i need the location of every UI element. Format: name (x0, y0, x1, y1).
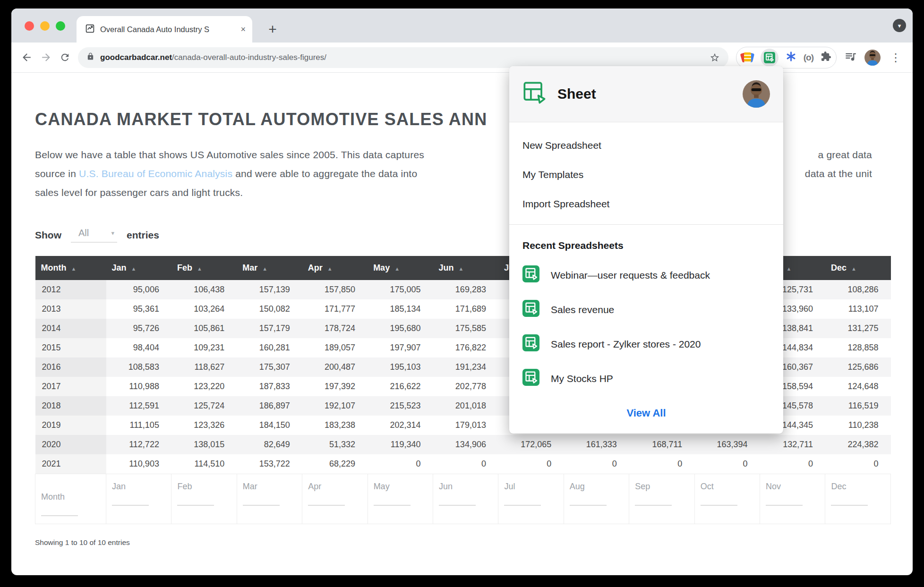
recent-spreadsheet-item[interactable]: My Stocks HP (509, 361, 783, 396)
year-cell: 2019 (35, 416, 106, 435)
popup-user-avatar[interactable] (743, 80, 770, 108)
column-filter-aug[interactable]: Aug (564, 474, 629, 524)
intro-line2-right: data at the unit (805, 168, 872, 179)
value-cell: 123,326 (171, 416, 237, 435)
maximize-window-button[interactable] (56, 21, 65, 31)
column-filter-jan[interactable]: Jan (106, 474, 171, 524)
column-header-dec[interactable]: Dec▲ (825, 256, 891, 280)
column-filter-jun[interactable]: Jun (433, 474, 498, 524)
browser-window: Overall Canada Auto Industry S × + ▾ goo… (11, 9, 913, 575)
column-filter-jul[interactable]: Jul (498, 474, 564, 524)
popup-menu-item[interactable]: Import Spreadsheet (509, 189, 783, 219)
value-cell: 113,107 (825, 299, 891, 319)
tab-favicon-chart-icon (85, 24, 95, 35)
column-header-mar[interactable]: Mar▲ (237, 256, 302, 280)
column-header-apr[interactable]: Apr▲ (302, 256, 368, 280)
column-filter-dec[interactable]: Dec (825, 474, 891, 524)
intro-line1-left: Below we have a table that shows US Auto… (35, 149, 424, 161)
value-cell: 114,510 (171, 454, 237, 474)
recent-spreadsheet-item[interactable]: Sales report - Zylker stores - 2020 (509, 327, 783, 361)
url-text: goodcarbadcar.net/canada-overall-auto-in… (100, 53, 326, 62)
minimize-window-button[interactable] (40, 21, 50, 31)
sort-asc-icon: ▲ (71, 266, 76, 272)
tab-close-icon[interactable]: × (240, 25, 246, 34)
value-cell: 186,897 (237, 396, 302, 416)
value-cell: 124,648 (825, 377, 891, 396)
value-cell: 216,622 (368, 377, 433, 396)
window-controls (25, 21, 65, 31)
column-filter-feb[interactable]: Feb (171, 474, 237, 524)
sort-asc-icon: ▲ (262, 266, 267, 272)
asterisk-extension-icon[interactable] (786, 51, 796, 64)
bookmark-star-icon[interactable] (710, 52, 720, 63)
column-filter-mar[interactable]: Mar (237, 474, 302, 524)
sheet-file-icon (522, 334, 539, 354)
value-cell: 160,281 (237, 338, 302, 357)
value-cell: 138,015 (171, 435, 237, 454)
value-cell: 175,585 (433, 319, 498, 338)
value-cell: 195,103 (368, 357, 433, 377)
column-header-jun[interactable]: Jun▲ (433, 256, 498, 280)
entries-select[interactable]: All ▾ (71, 228, 117, 243)
column-filter-apr[interactable]: Apr (302, 474, 368, 524)
browser-menu-dots-icon[interactable]: ⋮ (888, 52, 903, 63)
value-cell: 0 (433, 454, 498, 474)
value-cell: 82,649 (237, 435, 302, 454)
sort-asc-icon: ▲ (394, 266, 400, 272)
bea-link[interactable]: U.S. Bureau of Economic Analysis (79, 168, 232, 179)
tab-strip: Overall Canada Auto Industry S × + ▾ (11, 9, 913, 43)
value-cell: 157,179 (237, 319, 302, 338)
back-icon[interactable] (21, 51, 33, 63)
value-cell: 95,006 (106, 280, 171, 299)
popup-menu-item[interactable]: My Templates (509, 160, 783, 189)
notes-extension-icon[interactable] (741, 51, 753, 64)
value-cell: 108,286 (825, 280, 891, 299)
year-cell: 2016 (35, 357, 106, 377)
value-cell: 179,013 (433, 416, 498, 435)
tab-search-chevron-icon[interactable]: ▾ (893, 19, 906, 32)
tab-title: Overall Canada Auto Industry S (100, 25, 218, 34)
reload-icon[interactable] (60, 52, 70, 63)
value-cell: 176,822 (433, 338, 498, 357)
column-header-month[interactable]: Month▲ (35, 256, 106, 280)
popup-header: Sheet (509, 66, 783, 122)
recent-spreadsheet-item[interactable]: Webinar—user requests & feedback (509, 258, 783, 292)
zoho-sheet-extension-icon[interactable] (761, 49, 779, 67)
value-cell: 171,689 (433, 299, 498, 319)
close-window-button[interactable] (25, 21, 34, 31)
column-filter-sep[interactable]: Sep (629, 474, 694, 524)
sort-asc-icon: ▲ (787, 266, 792, 272)
value-cell: 189,057 (302, 338, 368, 357)
value-cell: 119,340 (368, 435, 433, 454)
extensions-puzzle-icon[interactable] (821, 51, 831, 64)
select-caret-icon: ▾ (111, 230, 114, 237)
browser-tab[interactable]: Overall Canada Auto Industry S × (77, 16, 252, 43)
show-label: Show (35, 230, 61, 241)
view-all-link[interactable]: View All (509, 396, 783, 434)
value-cell: 215,523 (368, 396, 433, 416)
sort-asc-icon: ▲ (131, 266, 137, 272)
new-tab-button[interactable]: + (261, 16, 284, 43)
column-filter-oct[interactable]: Oct (694, 474, 760, 524)
paren-o-extension-icon[interactable]: (o) (804, 52, 813, 63)
profile-avatar[interactable] (864, 50, 881, 66)
column-header-may[interactable]: May▲ (368, 256, 433, 280)
recent-spreadsheet-item[interactable]: Sales revenue (509, 292, 783, 327)
media-playlist-icon[interactable] (844, 50, 857, 65)
zoho-sheet-logo-icon (522, 81, 547, 107)
column-header-feb[interactable]: Feb▲ (171, 256, 237, 280)
column-filter-may[interactable]: May (368, 474, 433, 524)
intro-line2-left: source in U.S. Bureau of Economic Analys… (35, 168, 417, 179)
url-bar[interactable]: goodcarbadcar.net/canada-overall-auto-in… (78, 47, 728, 68)
column-header-jan[interactable]: Jan▲ (106, 256, 171, 280)
column-filter-month[interactable]: Month (35, 474, 106, 524)
year-cell: 2013 (35, 299, 106, 319)
value-cell: 0 (368, 454, 433, 474)
column-filter-nov[interactable]: Nov (760, 474, 825, 524)
recent-spreadsheet-title: Sales revenue (551, 304, 614, 315)
popup-menu-item[interactable]: New Spreadsheet (509, 131, 783, 160)
forward-icon[interactable] (40, 51, 52, 63)
value-cell: 0 (564, 454, 629, 474)
sheet-file-icon (522, 265, 539, 285)
sort-asc-icon: ▲ (459, 266, 464, 272)
